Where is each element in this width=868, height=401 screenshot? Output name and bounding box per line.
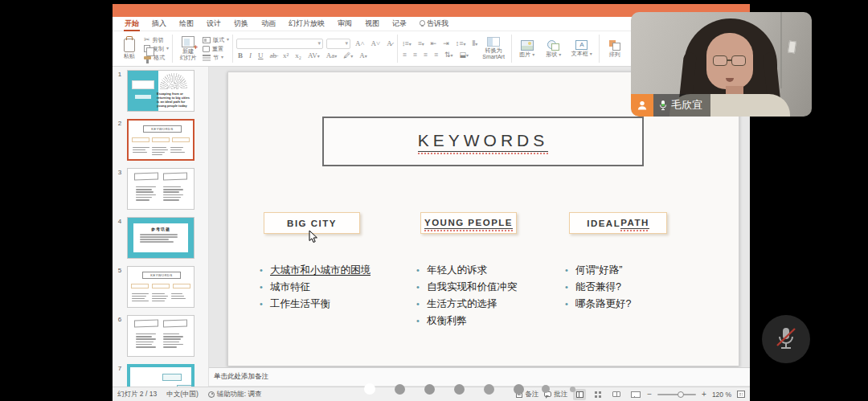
copy-icon (144, 45, 150, 52)
font-name-combo[interactable] (236, 39, 323, 49)
list-item: 能否兼得? (565, 279, 631, 296)
paragraph-group: ⁝≡▾ ≡▾ ⇤ ⇥ ↕≡▾ ⫴▾ ≡ ≡ ≡ ≡ ⇅▾ ⬓▾ (401, 33, 480, 64)
align-left-button[interactable]: ≡ (401, 51, 408, 59)
subscript-button[interactable]: x₂ (293, 51, 303, 59)
zoom-slider[interactable] (657, 394, 696, 395)
bold-button[interactable]: B (236, 51, 244, 59)
notes-pane[interactable]: 单击此处添加备注 (209, 367, 750, 386)
line-spacing-button[interactable]: ↕≡▾ (454, 39, 468, 47)
superscript-button[interactable]: x² (281, 51, 290, 59)
char-spacing-button[interactable]: AV▾ (306, 51, 321, 59)
language-indicator[interactable]: 中文(中国) (166, 390, 199, 399)
reading-view-button[interactable] (610, 389, 623, 400)
align-right-button[interactable]: ≡ (422, 51, 429, 59)
normal-view-icon (576, 391, 583, 398)
normal-view-button[interactable] (573, 389, 586, 400)
justify-button[interactable]: ≡ (432, 51, 440, 59)
font-color-button[interactable]: A▾ (358, 51, 369, 59)
align-text-button[interactable]: ⬓▾ (458, 51, 471, 59)
thumb1-caption: Escaping from or returning to big cities… (157, 92, 192, 108)
fit-to-window-button[interactable] (737, 391, 745, 398)
participant-badge (631, 94, 653, 117)
paste-button[interactable]: 粘贴 (117, 38, 141, 60)
reset-button[interactable]: 重置 (203, 45, 229, 52)
columns-button[interactable]: ⫴▾ (470, 39, 479, 48)
arrange-button[interactable]: 排列 (603, 39, 627, 59)
thumbnail-slide-5[interactable]: 5 KEYWORDS (113, 266, 208, 308)
thumbnail-slide-7[interactable]: 7 (113, 364, 208, 387)
thumbnail-slide-2[interactable]: 2 KEYWORDS (113, 119, 208, 161)
increase-indent-button[interactable]: ⇥ (441, 39, 451, 47)
comments-toggle[interactable]: 批注 (544, 390, 567, 399)
slide-thumbnail-panel[interactable]: 1 Escaping from or returning to big citi… (113, 67, 209, 387)
ribbon-tab-4[interactable]: 切换 (228, 17, 254, 31)
decrease-indent-button[interactable]: ⇤ (429, 39, 439, 47)
clear-format-button[interactable]: A̷ (385, 39, 394, 47)
cut-button[interactable]: ✂剪切 (144, 36, 169, 43)
list-item: 哪条路更好? (565, 296, 631, 313)
ribbon-tab-7[interactable]: 审阅 (332, 17, 358, 31)
muted-mic-icon (774, 325, 798, 353)
strikethrough-button[interactable]: a̶b̶ (268, 51, 279, 59)
thumbnail-slide-3[interactable]: 3 (113, 168, 208, 210)
slideshow-button[interactable] (628, 389, 641, 400)
zoom-in-button[interactable]: + (702, 391, 706, 399)
thumbnail-slide-4[interactable]: 4 参考话题 (113, 217, 208, 259)
notes-toggle[interactable]: 备注 (516, 390, 538, 399)
ribbon-tab-10[interactable]: 告诉我 (414, 17, 454, 31)
decrease-font-button[interactable]: A˅ (370, 39, 383, 47)
ribbon-tab-0[interactable]: 开始 (119, 17, 145, 31)
zoom-level[interactable]: 120 % (712, 391, 731, 399)
increase-font-button[interactable]: A˄ (354, 39, 366, 47)
align-center-button[interactable]: ≡ (411, 51, 419, 59)
insert-shapes-button[interactable]: 形状 ▾ (542, 39, 566, 59)
ribbon-tab-3[interactable]: 设计 (201, 17, 227, 31)
ribbon-tab-2[interactable]: 绘图 (174, 17, 199, 31)
section-button[interactable]: 节▾ (203, 54, 229, 61)
slide-title: KEYWORDS (418, 131, 549, 152)
accessibility-status[interactable]: 辅助功能: 调查 (208, 390, 262, 399)
keyword-chip-ideal-path[interactable]: IDEAL PATH (569, 212, 667, 234)
zoom-slider-thumb[interactable] (678, 391, 684, 398)
thumbnail-slide-6[interactable]: 6 (113, 315, 208, 357)
ribbon-tab-9[interactable]: 记录 (387, 17, 412, 31)
slide-sorter-button[interactable] (592, 389, 604, 400)
bullet-list-big-city: 大城市和小城市的困境 城市特征 工作生活平衡 (260, 262, 371, 313)
insert-picture-button[interactable]: 图片 ▾ (515, 39, 539, 59)
slide-title-box[interactable]: KEYWORDS (322, 117, 644, 166)
thumbnail-slide-1[interactable]: 1 Escaping from or returning to big citi… (113, 70, 208, 112)
notes-placeholder: 单击此处添加备注 (214, 372, 268, 380)
layout-button[interactable]: 版式▾ (203, 36, 229, 43)
copy-button[interactable]: 复制▾ (144, 45, 169, 52)
list-item: 工作生活平衡 (260, 296, 371, 313)
underline-button[interactable]: U (256, 51, 265, 59)
bullet-list-ideal-path: 何谓“好路” 能否兼得? 哪条路更好? (565, 262, 631, 313)
ribbon-tab-6[interactable]: 幻灯片放映 (283, 17, 330, 31)
insert-textbox-button[interactable]: A 文本框 ▾ (568, 39, 596, 58)
new-slide-button[interactable]: 新建 幻灯片 (176, 35, 200, 62)
font-size-combo[interactable] (326, 39, 350, 49)
thumbnail-number: 3 (113, 168, 127, 210)
highlight-button[interactable]: 🖉▾ (342, 51, 354, 59)
layout-icon (203, 37, 211, 43)
participant-name: 毛欣宜 (671, 98, 702, 113)
ribbon-tab-8[interactable]: 视图 (359, 17, 385, 31)
divider (511, 35, 512, 63)
slideshow-icon (631, 391, 639, 398)
italic-button[interactable]: I (248, 51, 253, 59)
change-case-button[interactable]: Aa▾ (325, 51, 339, 59)
thumbnail-number: 7 (113, 364, 127, 387)
convert-smartart-button[interactable]: 转换为 SmartArt (479, 36, 508, 61)
keyword-chip-young-people[interactable]: YOUNG PEOPLE (420, 212, 517, 234)
numbering-button[interactable]: ≡▾ (416, 39, 426, 47)
text-direction-button[interactable]: ⇅▾ (443, 51, 455, 59)
bullets-button[interactable]: ⁝≡▾ (401, 39, 413, 47)
slides-group: 新建 幻灯片 版式▾ 重置 节▾ (176, 33, 229, 64)
muted-microphone-button[interactable] (762, 315, 810, 363)
font-group: A˄ A˅ A̷ B I U a̶b̶ x² x₂ AV▾ Aa▾ 🖉▾ A▾ (236, 33, 394, 64)
webcam-video[interactable]: 毛欣宜 (631, 12, 812, 117)
ribbon-tab-1[interactable]: 插入 (146, 17, 172, 31)
ribbon-tab-5[interactable]: 动画 (256, 17, 281, 31)
zoom-out-button[interactable]: − (647, 391, 652, 399)
reset-icon (203, 46, 210, 52)
